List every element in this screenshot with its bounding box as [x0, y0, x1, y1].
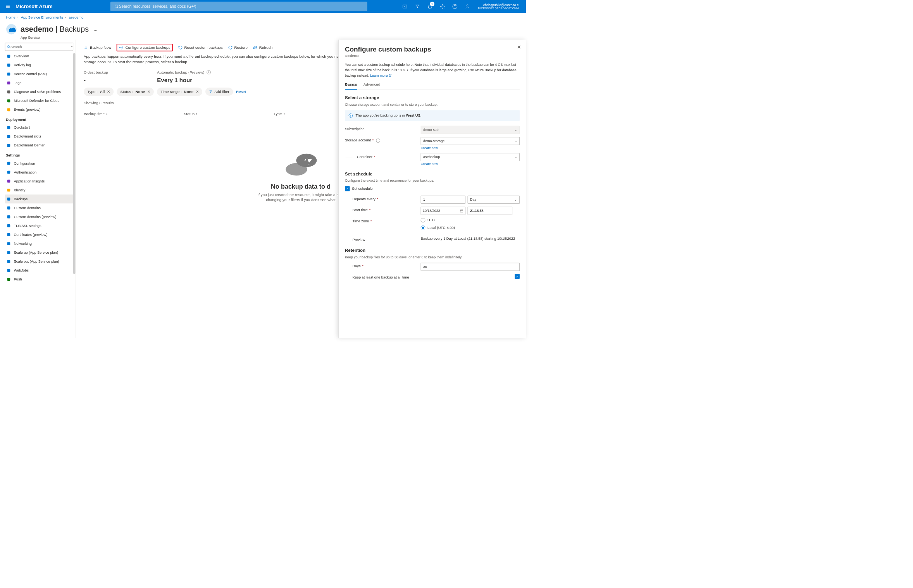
info-icon[interactable]: i	[376, 138, 380, 142]
sidebar-item[interactable]: Configuration	[5, 159, 73, 168]
sidebar-item[interactable]: Backups	[5, 194, 73, 203]
sidebar-item[interactable]: Custom domains (preview)	[5, 212, 73, 221]
more-button[interactable]: ···	[94, 28, 98, 33]
sidebar-item[interactable]: Networking	[5, 239, 73, 248]
restore-button[interactable]: Restore	[228, 45, 247, 50]
feedback-icon	[465, 4, 470, 9]
tz-local-radio[interactable]	[421, 225, 425, 230]
brand[interactable]: Microsoft Azure	[16, 3, 52, 9]
global-search[interactable]	[110, 2, 367, 11]
sidebar-item[interactable]: Diagnose and solve problems	[5, 88, 73, 96]
start-date-input[interactable]: 10/18/2022	[421, 207, 465, 215]
sidebar-item[interactable]: Overview	[5, 52, 73, 61]
storage-account-select[interactable]: demo-storage⌄	[421, 137, 520, 145]
tab-advanced[interactable]: Advanced	[363, 82, 381, 89]
close-icon[interactable]: ✕	[147, 89, 150, 94]
sidebar-item-label: Custom domains	[14, 206, 41, 210]
menu-toggle[interactable]	[0, 0, 16, 13]
filter-status[interactable]: Status : None ✕	[117, 88, 154, 96]
set-schedule-checkbox[interactable]: ✓	[345, 186, 350, 191]
page-subtitle: App Service	[0, 36, 526, 40]
close-icon[interactable]: ✕	[107, 89, 110, 94]
svg-rect-29	[7, 269, 10, 272]
start-time-label: Start time *	[345, 207, 421, 212]
add-filter-button[interactable]: Add filter	[205, 88, 233, 96]
refresh-button[interactable]: Refresh	[253, 45, 272, 50]
main-content: Backup Now Configure custom backups Rese…	[76, 40, 526, 339]
cloud-shell-button[interactable]	[398, 0, 411, 13]
sidebar-item[interactable]: Custom domains	[5, 203, 73, 212]
crumb-env[interactable]: App Service Environments	[21, 15, 63, 19]
sidebar-item-label: WebJobs	[14, 268, 29, 272]
account-menu[interactable]: chrisqpublic@contoso.c... MICROSOFT (MIC…	[474, 3, 526, 10]
set-schedule-label: Set schedule	[352, 187, 372, 191]
sidebar-item[interactable]: Tags	[5, 79, 73, 88]
collapse-sidebar-button[interactable]: «	[71, 45, 73, 48]
help-button[interactable]	[449, 0, 461, 13]
nav-icon	[6, 72, 11, 77]
close-panel-button[interactable]: ✕	[517, 44, 521, 50]
feedback-button[interactable]	[461, 0, 474, 13]
create-new-container-link[interactable]: Create new	[421, 162, 438, 166]
sidebar-item[interactable]: Access control (IAM)	[5, 70, 73, 79]
sidebar-item[interactable]: Scale out (App Service plan)	[5, 257, 73, 266]
cloud-upload-icon	[283, 148, 319, 177]
breadcrumb: Home› App Service Environments› asedemo	[0, 13, 526, 19]
filter-button[interactable]	[411, 0, 424, 13]
repeats-unit-select[interactable]: Day⌄	[468, 196, 520, 204]
section-retention-sub: Keep your backup files for up to 30 days…	[345, 255, 520, 259]
settings-button[interactable]	[436, 0, 448, 13]
tz-utc-radio[interactable]	[421, 218, 425, 223]
preview-value: Backup every 1 Day at Local (21:18:58) s…	[421, 236, 520, 241]
search-icon	[114, 4, 119, 9]
sidebar-search[interactable]	[5, 43, 73, 51]
repeats-input[interactable]	[421, 196, 465, 204]
nav-icon	[6, 241, 11, 246]
filter-type[interactable]: Type : All ✕	[84, 88, 114, 96]
col-type[interactable]: Type ↑	[274, 112, 285, 116]
oldest-backup-value: -	[84, 77, 108, 84]
crumb-home[interactable]: Home	[6, 15, 16, 19]
sidebar-item[interactable]: Deployment slots	[5, 132, 73, 141]
sidebar-item[interactable]: Quickstart	[5, 123, 73, 132]
filter-timerange[interactable]: Time range : None ✕	[157, 88, 202, 96]
sidebar-item-label: Configuration	[14, 161, 35, 165]
subscription-select: demo-sub⌄	[421, 126, 520, 134]
sidebar-item[interactable]: Events (preview)	[5, 105, 73, 114]
gear-icon	[119, 45, 124, 50]
sidebar-item-label: Scale up (App Service plan)	[14, 251, 58, 254]
tab-basics[interactable]: Basics	[345, 82, 357, 89]
sidebar-item[interactable]: WebJobs	[5, 266, 73, 275]
crumb-resource[interactable]: asedemo	[69, 15, 83, 19]
start-time-input[interactable]	[468, 207, 512, 215]
info-icon[interactable]: i	[207, 70, 210, 74]
keep-one-checkbox[interactable]: ✓	[515, 274, 520, 279]
col-backup-time[interactable]: Backup time ↓	[84, 112, 108, 116]
backup-now-button[interactable]: Backup Now	[84, 45, 111, 50]
close-icon[interactable]: ✕	[196, 89, 199, 94]
global-search-input[interactable]	[119, 4, 363, 9]
sidebar-item[interactable]: Push	[5, 275, 73, 284]
sidebar-item[interactable]: Application Insights	[5, 177, 73, 186]
sidebar-item[interactable]: Authentication	[5, 168, 73, 177]
sidebar-item[interactable]: Microsoft Defender for Cloud	[5, 96, 73, 105]
sidebar-item[interactable]: Scale up (App Service plan)	[5, 248, 73, 257]
sidebar-search-input[interactable]	[10, 45, 71, 49]
sidebar-item[interactable]: Certificates (preview)	[5, 230, 73, 239]
configure-custom-backups-button[interactable]: Configure custom backups	[117, 44, 173, 52]
container-select[interactable]: asebackup⌄	[421, 153, 520, 161]
days-input[interactable]	[421, 263, 520, 271]
reset-filters-button[interactable]: Reset	[236, 89, 246, 94]
sidebar-item[interactable]: Identity	[5, 186, 73, 194]
reset-custom-backups-button[interactable]: Reset custom backups	[178, 45, 222, 50]
col-status[interactable]: Status ↑	[184, 112, 198, 116]
sidebar-item[interactable]: TLS/SSL settings	[5, 221, 73, 230]
nav-icon	[6, 107, 11, 112]
create-new-storage-link[interactable]: Create new	[421, 146, 438, 150]
learn-more-link[interactable]: Learn more	[370, 73, 392, 77]
sidebar-item-label: Certificates (preview)	[14, 233, 48, 237]
sidebar-item[interactable]: Deployment Center	[5, 141, 73, 150]
sidebar-item[interactable]: Activity log	[5, 61, 73, 70]
svg-point-6	[7, 46, 9, 48]
notifications-button[interactable]: 1	[424, 0, 436, 13]
